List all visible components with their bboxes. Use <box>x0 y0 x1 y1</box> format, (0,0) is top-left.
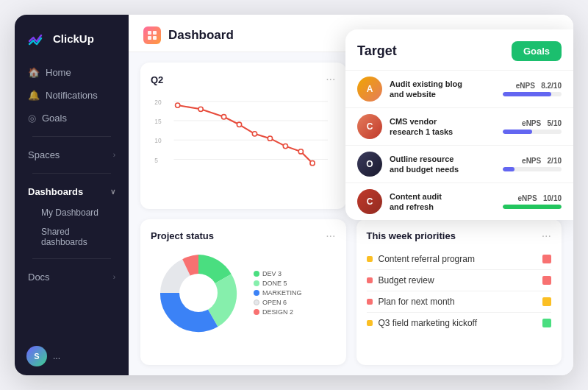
target-name-3: Content auditand refresh <box>390 191 495 213</box>
goals-icon: ◎ <box>28 113 36 124</box>
target-avatar-3: C <box>357 189 382 214</box>
priorities-header: This week priorities ··· <box>367 230 552 243</box>
sidebar-item-docs-label: Docs <box>28 272 50 283</box>
priority-item-2: Plan for next month <box>367 291 552 313</box>
dashboard-header-icon <box>143 26 161 44</box>
divider-3 <box>32 258 111 259</box>
svg-point-17 <box>268 136 272 141</box>
priority-left-3: Q3 field marketing kickoff <box>367 318 478 328</box>
project-status-card: Project status ··· <box>140 219 346 366</box>
pie-label-done5-text: DONE 5 <box>262 280 287 287</box>
goals-badge[interactable]: Goals <box>512 41 562 61</box>
pie-dot-done5 <box>254 280 259 286</box>
priorities-menu[interactable]: ··· <box>542 230 551 243</box>
user-dots: ... <box>53 351 60 361</box>
target-score-3: eNPS 10/10 <box>518 194 562 202</box>
target-item-1: C CMS vendorresearch 1 tasks eNPS 5/10 <box>345 107 573 145</box>
target-avatar-1: C <box>357 114 382 139</box>
progress-bg-1 <box>503 130 562 134</box>
sidebar-item-dashboards-label: Dashboards <box>28 186 83 197</box>
progress-fill-3 <box>503 205 562 209</box>
pie-label-open6-text: OPEN 6 <box>262 299 287 306</box>
pie-dot-design2 <box>254 309 259 315</box>
pie-label-dev3-text: DEV 3 <box>262 270 282 277</box>
sidebar-item-goals[interactable]: ◎ Goals <box>21 107 123 129</box>
priority-label-3: Q3 field marketing kickoff <box>379 318 478 328</box>
q2-card-title: Q2 <box>151 74 163 85</box>
pie-label-marketing-text: MARKETING <box>262 289 302 297</box>
progress-fill-2 <box>503 167 514 171</box>
target-name-2: Outline resourceand budget needs <box>390 154 495 175</box>
sidebar-item-notifications[interactable]: 🔔 Notifications <box>21 85 123 106</box>
project-status-header: Project status ··· <box>151 230 336 243</box>
divider-1 <box>32 136 111 137</box>
svg-point-12 <box>176 103 180 107</box>
goals-header: Target Goals <box>345 29 573 70</box>
svg-point-14 <box>221 115 226 119</box>
sidebar: ClickUp 🏠 Home 🔔 Notifications ◎ Goals S… <box>15 15 129 375</box>
priority-item-0: Content referral program <box>367 249 552 270</box>
sidebar-item-home[interactable]: 🏠 Home <box>21 62 123 83</box>
target-score-1: eNPS 5/10 <box>522 119 562 127</box>
target-name-0: Audit existing blogand website <box>390 79 495 100</box>
pie-chart <box>151 245 246 341</box>
svg-rect-2 <box>148 36 151 40</box>
sidebar-item-home-label: Home <box>46 67 71 78</box>
chevron-right-icon-docs: › <box>113 273 115 281</box>
sidebar-item-my-dashboard[interactable]: My Dashboard <box>21 204 123 221</box>
svg-rect-0 <box>148 31 151 35</box>
q2-card-menu[interactable]: ··· <box>326 73 335 86</box>
target-progress-1: eNPS 5/10 <box>503 119 562 134</box>
sidebar-nav: 🏠 Home 🔔 Notifications ◎ Goals Spaces › … <box>15 62 129 288</box>
page-title: Dashboard <box>168 28 234 43</box>
sidebar-item-docs[interactable]: Docs › <box>21 266 123 288</box>
target-info-0: Audit existing blogand website <box>390 79 495 100</box>
svg-text:20: 20 <box>154 99 162 106</box>
progress-bg-0 <box>503 92 562 96</box>
priority-item-1: Budget review <box>367 270 552 291</box>
goals-overlay-title: Target <box>357 43 397 59</box>
project-status-title: Project status <box>151 230 214 241</box>
sidebar-item-spaces-label: Spaces <box>28 149 60 160</box>
svg-rect-1 <box>153 31 157 35</box>
priority-label-2: Plan for next month <box>379 297 455 307</box>
target-avatar-2: O <box>357 152 382 177</box>
priority-label-1: Budget review <box>379 275 434 286</box>
sidebar-item-notifications-label: Notifications <box>46 90 98 101</box>
progress-fill-1 <box>503 130 532 134</box>
sidebar-item-spaces[interactable]: Spaces › <box>21 144 123 166</box>
svg-point-15 <box>237 122 241 127</box>
svg-point-21 <box>179 274 218 312</box>
svg-text:15: 15 <box>154 118 162 125</box>
progress-bg-3 <box>503 205 562 209</box>
svg-text:5: 5 <box>154 157 158 164</box>
priority-flag-0 <box>542 255 551 263</box>
q2-chart: 20 15 10 5 <box>151 92 336 180</box>
sidebar-item-shared-dashboards[interactable]: Shared dashboards <box>21 223 123 251</box>
pie-dot-dev3 <box>254 271 259 277</box>
logo[interactable]: ClickUp <box>15 28 129 62</box>
svg-text:10: 10 <box>154 137 162 144</box>
user-avatar[interactable]: S <box>26 346 47 366</box>
pie-label-design2-text: DESIGN 2 <box>262 308 293 316</box>
project-status-menu[interactable]: ··· <box>326 230 335 243</box>
priority-left-0: Content referral program <box>367 254 475 264</box>
app-container: ClickUp 🏠 Home 🔔 Notifications ◎ Goals S… <box>15 15 573 375</box>
progress-fill-0 <box>503 92 551 96</box>
priority-bullet-1 <box>367 277 373 283</box>
target-name-1: CMS vendorresearch 1 tasks <box>390 116 495 138</box>
pie-dot-open6 <box>254 299 259 305</box>
target-avatar-0: A <box>357 77 382 102</box>
sidebar-item-dashboards[interactable]: Dashboards ∨ <box>21 181 123 202</box>
target-info-3: Content auditand refresh <box>390 191 495 213</box>
priority-left-1: Budget review <box>367 275 434 286</box>
chevron-right-icon: › <box>113 151 115 159</box>
svg-point-16 <box>252 132 257 136</box>
target-score-0: eNPS 8.2/10 <box>516 82 562 90</box>
logo-text: ClickUp <box>53 32 94 45</box>
svg-point-18 <box>283 143 287 148</box>
q2-card: Q2 ··· 20 15 10 5 <box>140 63 346 209</box>
target-item-2: O Outline resourceand budget needs eNPS … <box>345 145 573 182</box>
priority-bullet-3 <box>367 320 373 326</box>
target-info-2: Outline resourceand budget needs <box>390 154 495 175</box>
